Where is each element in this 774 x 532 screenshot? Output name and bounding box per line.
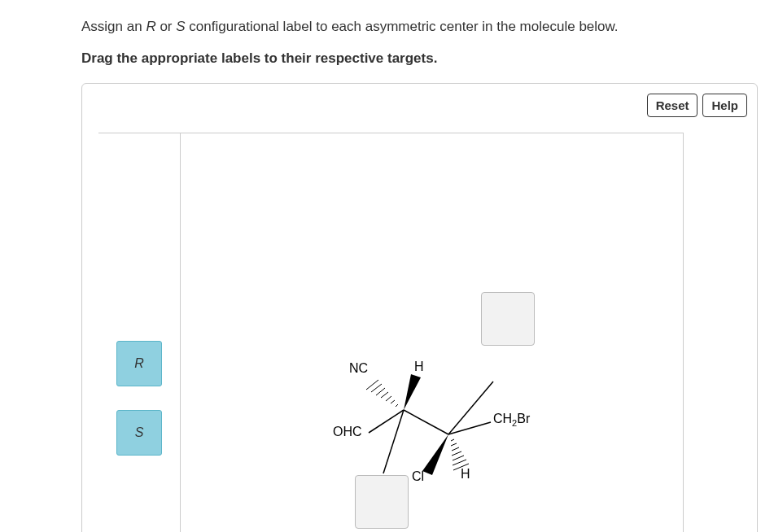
svg-line-0 <box>396 404 398 407</box>
help-button[interactable]: Help <box>702 94 747 117</box>
svg-line-5 <box>371 384 382 392</box>
svg-line-20 <box>453 464 469 470</box>
toolbar: Reset Help <box>647 94 747 117</box>
svg-line-12 <box>448 422 491 434</box>
svg-line-2 <box>386 396 391 401</box>
svg-line-17 <box>452 451 461 456</box>
label-h-bottom: H <box>461 467 470 482</box>
drop-target-lower[interactable] <box>355 475 409 529</box>
label-nc: NC <box>349 361 368 376</box>
svg-line-4 <box>376 388 385 395</box>
label-ch2br-suffix: Br <box>517 412 530 425</box>
drop-target-upper[interactable] <box>481 292 535 346</box>
question-text-suffix: configurational label to each asymmetric… <box>186 19 619 34</box>
svg-line-8 <box>369 410 404 433</box>
drag-tile-s-label: S <box>135 425 144 440</box>
label-ch2br-sub: 2 <box>512 418 517 428</box>
question-text-prefix: Assign an <box>81 19 146 34</box>
svg-line-1 <box>391 400 395 403</box>
svg-line-10 <box>404 410 448 434</box>
label-cl: Cl <box>412 469 424 484</box>
svg-line-19 <box>453 460 466 465</box>
svg-line-6 <box>366 380 378 390</box>
label-ch2br: CH2Br <box>493 412 530 428</box>
svg-line-14 <box>451 439 454 441</box>
svg-line-18 <box>453 456 464 460</box>
drag-tile-r[interactable]: R <box>116 341 162 386</box>
svg-line-9 <box>383 410 404 473</box>
label-ohc: OHC <box>333 425 362 439</box>
workspace: Reset Help R S <box>81 83 758 533</box>
drag-tile-r-label: R <box>134 356 144 371</box>
drag-tile-s[interactable]: S <box>116 410 162 456</box>
label-h-top: H <box>414 360 424 374</box>
question-s: S <box>176 19 185 34</box>
svg-marker-7 <box>404 374 421 410</box>
palette-divider <box>180 133 181 533</box>
svg-marker-13 <box>422 434 448 475</box>
question-text: Assign an R or S configurational label t… <box>81 16 758 37</box>
question-r: R <box>146 19 155 34</box>
reset-button[interactable]: Reset <box>647 94 698 117</box>
svg-line-3 <box>381 392 388 398</box>
canvas: R S <box>98 133 684 533</box>
label-ch2br-prefix: CH <box>493 412 512 425</box>
instruction-text: Drag the appropriate labels to their res… <box>81 50 758 67</box>
question-mid: or <box>156 19 177 34</box>
svg-line-11 <box>448 382 493 434</box>
svg-line-15 <box>451 443 457 446</box>
svg-line-16 <box>452 447 459 451</box>
